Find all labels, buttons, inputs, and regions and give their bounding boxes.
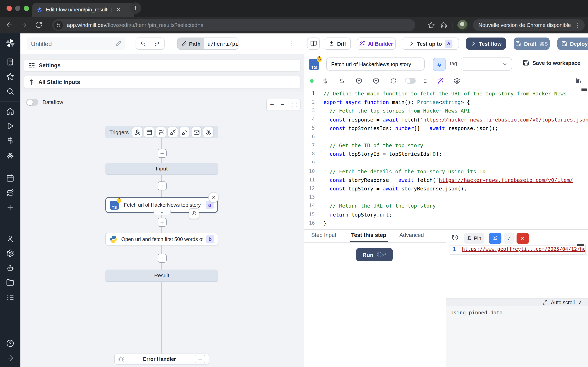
docs-button[interactable] bbox=[307, 38, 320, 50]
library-icon[interactable] bbox=[575, 77, 582, 84]
flow-title-field[interactable]: Untitled bbox=[27, 38, 125, 50]
event-stream-trigger-icon[interactable] bbox=[180, 127, 190, 137]
site-info-icon[interactable] bbox=[54, 21, 63, 30]
windmill-logo[interactable] bbox=[5, 38, 16, 49]
traffic-light-minimize[interactable] bbox=[15, 6, 20, 11]
dataflow-toggle[interactable] bbox=[26, 99, 38, 106]
ai-bot-icon[interactable] bbox=[6, 264, 14, 272]
draft-button[interactable]: Draft ⌘S bbox=[514, 38, 550, 50]
chrome-menu-icon[interactable]: ⋮ bbox=[575, 22, 581, 28]
url-bar[interactable]: app.windmill.dev/flows/edit/u/henri/pin_… bbox=[52, 19, 415, 31]
webhook-trigger-icon[interactable] bbox=[132, 127, 142, 137]
pinned-active-button[interactable] bbox=[489, 233, 502, 244]
editor-scrollbar[interactable] bbox=[581, 89, 587, 91]
traffic-light-close[interactable] bbox=[7, 6, 12, 11]
ai-wand-icon[interactable] bbox=[437, 77, 444, 84]
delete-step-button[interactable]: ✕ bbox=[208, 192, 219, 203]
deploy-button[interactable]: Deploy bbox=[557, 38, 588, 50]
browser-tab[interactable]: Edit Flow u/henri/pin_results | ✕ bbox=[32, 3, 134, 17]
expand-icon[interactable] bbox=[542, 300, 548, 305]
ai-builder-button[interactable]: AI Builder bbox=[357, 38, 396, 50]
websocket-trigger-icon[interactable] bbox=[168, 127, 178, 137]
tab-advanced[interactable]: Advanced bbox=[399, 232, 424, 238]
run-button[interactable]: Run ⌘↵ bbox=[356, 248, 393, 261]
diff-icon[interactable] bbox=[421, 77, 429, 84]
edit-pencil-icon[interactable] bbox=[116, 41, 121, 47]
settings-icon[interactable] bbox=[6, 249, 14, 257]
add-step-button[interactable] bbox=[158, 149, 167, 158]
editor-mode-toggle[interactable] bbox=[405, 77, 416, 84]
scripts-package-icon[interactable] bbox=[372, 77, 380, 84]
folders-icon[interactable] bbox=[6, 278, 14, 287]
step-title-input[interactable]: Fetch url of HackerNews top story bbox=[326, 58, 425, 71]
history-icon[interactable] bbox=[452, 234, 460, 242]
search-icon[interactable] bbox=[6, 87, 14, 95]
pin-step-button[interactable] bbox=[189, 208, 199, 219]
result-node[interactable]: Result bbox=[105, 269, 218, 282]
test-flow-button[interactable]: Test flow bbox=[466, 38, 506, 50]
pin-button[interactable]: Pin bbox=[464, 233, 484, 244]
add-error-handler-button[interactable] bbox=[195, 355, 205, 363]
save-to-workspace-button[interactable]: Save to workspace bbox=[523, 59, 580, 66]
workspace-icon[interactable] bbox=[6, 58, 14, 66]
help-icon[interactable] bbox=[6, 339, 14, 347]
runs-icon[interactable] bbox=[6, 122, 14, 130]
bookmark-star-icon[interactable] bbox=[428, 21, 435, 29]
http-route-trigger-icon[interactable] bbox=[156, 127, 166, 137]
pinned-data-editor[interactable]: 1 "https://www.geoffreylitt.com/2025/04/… bbox=[450, 245, 586, 255]
pinned-editor-scrollbar[interactable] bbox=[577, 244, 584, 246]
script-settings-icon[interactable] bbox=[453, 77, 461, 84]
reload-button[interactable] bbox=[35, 21, 43, 29]
poll-trigger-icon[interactable] bbox=[203, 127, 213, 137]
input-node[interactable]: Input bbox=[105, 163, 218, 175]
zoom-out-button[interactable]: − bbox=[281, 101, 285, 108]
tab-step-input[interactable]: Step Input bbox=[311, 232, 336, 238]
fit-view-icon[interactable] bbox=[291, 102, 297, 108]
add-step-button[interactable] bbox=[158, 182, 167, 191]
tag-select[interactable] bbox=[461, 58, 512, 71]
new-tab-button[interactable]: + bbox=[130, 2, 141, 14]
flow-path-chip[interactable]: Path u/henri/pin bbox=[177, 38, 238, 50]
flow-settings-row[interactable]: Settings bbox=[24, 59, 301, 72]
tab-test-this-step[interactable]: Test this step bbox=[351, 232, 386, 238]
variables-icon[interactable] bbox=[6, 137, 14, 145]
chrome-update-chip[interactable]: Nouvelle version de Chrome disponible ⋮ bbox=[473, 19, 585, 31]
users-icon[interactable] bbox=[6, 234, 14, 243]
variables-icon[interactable] bbox=[321, 77, 329, 84]
reload-script-icon[interactable] bbox=[389, 77, 397, 84]
test-up-to-button[interactable]: Test up to a bbox=[402, 38, 459, 50]
home-icon[interactable] bbox=[6, 107, 14, 115]
favorites-star-icon[interactable] bbox=[6, 73, 14, 81]
code-editor[interactable]: 12345678910111213141516 // Define the ma… bbox=[304, 88, 588, 229]
forward-button[interactable] bbox=[20, 21, 28, 29]
zoom-in-button[interactable]: + bbox=[270, 101, 274, 108]
collapse-sidebar-icon[interactable] bbox=[6, 354, 14, 362]
error-handler-node[interactable]: Error Handler bbox=[114, 354, 209, 365]
resources-package-icon[interactable] bbox=[355, 77, 363, 84]
add-step-button[interactable] bbox=[158, 218, 167, 227]
flow-graph-canvas[interactable]: Dataflow + − Triggers Input bbox=[20, 92, 304, 367]
audit-logs-icon[interactable] bbox=[6, 293, 14, 301]
create-icon[interactable] bbox=[6, 203, 14, 212]
traffic-light-zoom[interactable] bbox=[24, 6, 29, 11]
remove-pin-button[interactable]: ✕ bbox=[517, 233, 529, 244]
pin-toggle-button[interactable] bbox=[433, 58, 446, 71]
resources-icon[interactable] bbox=[6, 151, 14, 159]
tab-close-icon[interactable]: ✕ bbox=[117, 7, 121, 13]
extensions-icon[interactable] bbox=[440, 21, 447, 29]
schedules-icon[interactable] bbox=[6, 174, 14, 182]
step-b-node[interactable]: Open url and fetch first 500 words of ..… bbox=[105, 233, 218, 245]
triggers-node[interactable]: Triggers bbox=[105, 126, 218, 138]
auto-scroll-check-icon[interactable]: ✓ bbox=[578, 299, 582, 305]
schedule-trigger-icon[interactable] bbox=[144, 127, 154, 137]
expand-step-chevron[interactable] bbox=[154, 210, 171, 215]
triggers-icon[interactable] bbox=[6, 189, 14, 197]
redo-button[interactable] bbox=[150, 38, 164, 50]
undo-button[interactable] bbox=[136, 38, 150, 50]
back-button[interactable] bbox=[6, 21, 13, 29]
contextual-variables-icon[interactable] bbox=[338, 77, 346, 84]
confirm-pin-button[interactable]: ✓ bbox=[504, 233, 515, 244]
static-inputs-row[interactable]: All Static Inputs bbox=[24, 76, 301, 89]
diff-button[interactable]: Diff bbox=[324, 38, 351, 50]
profile-avatar[interactable] bbox=[457, 20, 468, 30]
